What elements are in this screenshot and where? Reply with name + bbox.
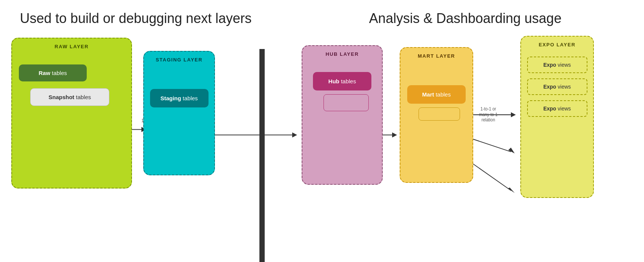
svg-marker-10	[392, 132, 397, 137]
hub-inner: Hub tables	[308, 72, 377, 111]
raw-box-prefix: Raw	[38, 70, 50, 76]
raw-layer-title: RAW LAYER	[55, 44, 89, 49]
heading-left: Used to build or debugging next layers	[0, 11, 256, 26]
staging-layer-title: STAGING LAYER	[156, 57, 202, 63]
hub-layer: HUB LAYER Hub tables	[302, 45, 383, 185]
raw-layer: RAW LAYER Raw tables Snapshot tables	[11, 38, 132, 188]
svg-marker-8	[292, 132, 297, 137]
expo-view-1-suffix: views	[556, 62, 571, 68]
heading-right: Analysis & Dashboarding usage	[256, 11, 644, 26]
hub-table-box: Hub tables	[313, 72, 371, 90]
raw-box-suffix: tables	[50, 70, 67, 76]
expo-layer: EXPO LAYER Expo views Expo views Expo vi…	[520, 36, 594, 198]
raw-table-box: Raw tables	[19, 64, 87, 81]
svg-marker-14	[508, 147, 515, 153]
staging-box-suffix: tables	[181, 95, 198, 101]
expo-view-box-2: Expo views	[527, 78, 587, 95]
snapshot-box-suffix: tables	[74, 94, 91, 100]
mart-box-suffix: tables	[434, 91, 451, 98]
headings: Used to build or debugging next layers A…	[0, 0, 644, 26]
svg-text:relation: relation	[481, 117, 495, 123]
svg-marker-16	[508, 187, 515, 193]
expo-view-box-1: Expo views	[527, 57, 587, 73]
expo-view-2-suffix: views	[556, 84, 571, 90]
mart-box-prefix: Mart	[422, 91, 434, 98]
svg-marker-12	[511, 112, 516, 117]
expo-view-3-prefix: Expo	[543, 106, 556, 112]
mart-sub-box	[419, 107, 460, 121]
expo-view-2-prefix: Expo	[543, 84, 556, 90]
hub-box-prefix: Hub	[328, 78, 339, 84]
mart-layer: MART LAYER Mart tables	[400, 47, 473, 183]
staging-table-box: Staging tables	[150, 89, 209, 107]
expo-view-box-3: Expo views	[527, 100, 587, 117]
mart-table-box: Mart tables	[407, 85, 466, 104]
mart-layer-title: MART LAYER	[418, 53, 455, 59]
vertical-divider	[259, 49, 265, 262]
expo-view-3-suffix: views	[556, 106, 571, 112]
snapshot-table-box: Snapshot tables	[30, 88, 109, 106]
hub-layer-title: HUB LAYER	[325, 51, 359, 57]
hub-box-suffix: tables	[339, 78, 356, 84]
staging-layer: STAGING LAYER Staging tables	[143, 51, 215, 175]
raw-inner-boxes: Raw tables Snapshot tables	[19, 64, 124, 106]
expo-view-1-prefix: Expo	[543, 62, 556, 68]
diagram: 1-to-1 relation many-to-1 relation 1-to-…	[0, 26, 644, 262]
svg-text:1-to-1 or: 1-to-1 or	[480, 106, 496, 112]
snapshot-box-prefix: Snapshot	[49, 94, 74, 100]
page: Used to build or debugging next layers A…	[0, 0, 644, 262]
expo-layer-title: EXPO LAYER	[539, 42, 576, 47]
staging-box-prefix: Staging	[160, 95, 181, 101]
hub-sub-box	[324, 94, 369, 111]
svg-text:many-to-1: many-to-1	[479, 112, 497, 117]
